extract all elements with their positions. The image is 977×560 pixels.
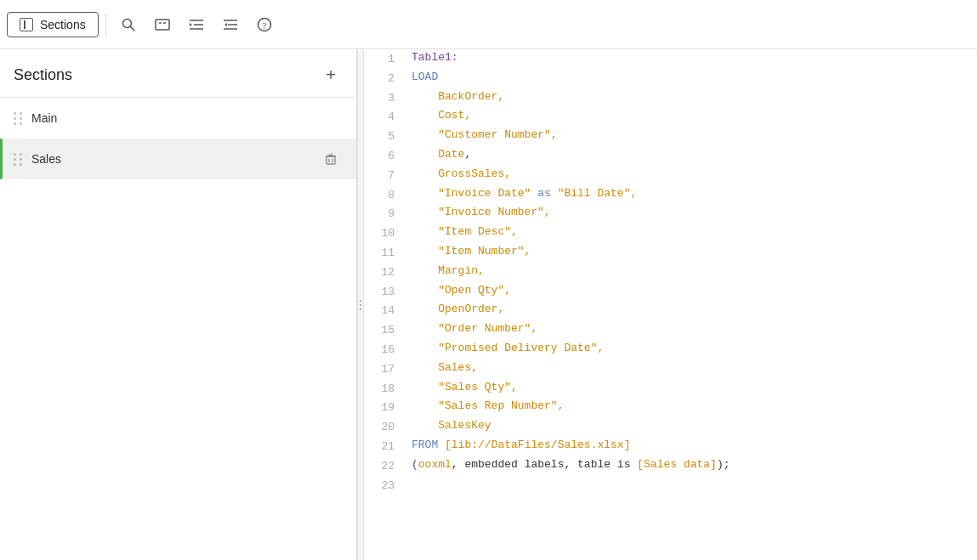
line-number: 8	[364, 185, 405, 205]
svg-line-1	[130, 26, 134, 31]
code-token: );	[717, 458, 730, 471]
line-code[interactable]: Date,	[405, 146, 977, 166]
svg-text:?: ?	[262, 20, 266, 30]
line-number: 3	[364, 88, 405, 108]
sections-icon	[20, 18, 33, 31]
line-code[interactable]: GrossSales,	[405, 166, 977, 185]
code-line: 11 "Item Number",	[364, 243, 977, 263]
help-icon: ?	[257, 17, 272, 32]
line-number: 10	[364, 223, 405, 243]
drag-handle	[14, 153, 23, 166]
indent-left-icon	[223, 19, 238, 31]
line-code[interactable]: (ooxml, embedded labels, table is [Sales…	[405, 456, 977, 476]
code-token: "Sales Qty",	[412, 381, 518, 393]
code-token: [lib://DataFiles/Sales.xlsx]	[445, 438, 630, 451]
code-token: "Item Number",	[412, 245, 531, 257]
line-number: 9	[364, 204, 405, 223]
code-line: 5 "Customer Number",	[364, 127, 977, 146]
code-token: (	[412, 458, 418, 471]
line-code[interactable]: FROM [lib://DataFiles/Sales.xlsx]	[405, 437, 977, 456]
line-code[interactable]: "Order Number",	[405, 320, 977, 340]
indent-left-button[interactable]	[215, 9, 246, 40]
line-code[interactable]: "Customer Number",	[405, 127, 977, 146]
line-code[interactable]: SalesKey	[405, 417, 977, 437]
code-token: FROM	[412, 438, 445, 451]
search-icon	[121, 17, 136, 32]
line-code[interactable]	[405, 476, 977, 495]
code-token: Sales,	[412, 361, 478, 374]
sidebar-item-main[interactable]: Main	[0, 98, 356, 139]
line-number: 13	[364, 282, 405, 302]
drag-handle	[14, 112, 23, 125]
code-line: 9 "Invoice Number",	[364, 204, 977, 223]
line-code[interactable]: Margin,	[405, 263, 977, 282]
line-code[interactable]: Sales,	[405, 359, 977, 379]
line-code[interactable]: Cost,	[405, 107, 977, 127]
line-code[interactable]: "Invoice Date" as "Bill Date",	[405, 185, 977, 205]
sidebar-title: Sections	[14, 66, 72, 84]
comment-icon	[155, 19, 170, 31]
code-token: Margin,	[412, 264, 485, 277]
sidebar-item-sales[interactable]: Sales	[0, 139, 356, 179]
svg-rect-20	[327, 156, 335, 164]
indent-right-icon	[189, 19, 204, 31]
search-button[interactable]	[113, 9, 144, 40]
line-code[interactable]: LOAD	[405, 69, 977, 88]
code-token: [Sales data]	[637, 458, 717, 471]
code-editor[interactable]: 1Table1:2LOAD3 BackOrder,4 Cost,5 "Custo…	[364, 49, 977, 560]
code-line: 16 "Promised Delivery Date",	[364, 340, 977, 359]
line-code[interactable]: "Sales Rep Number",	[405, 398, 977, 417]
main-area: Sections + Main Sales 1Table1:2LOAD3	[0, 49, 977, 560]
line-number: 23	[364, 476, 405, 495]
code-token: "Open Qty",	[412, 284, 511, 297]
code-line: 1Table1:	[364, 49, 977, 69]
line-code[interactable]: "Item Number",	[405, 243, 977, 263]
code-token: "Bill Date",	[558, 187, 638, 200]
line-code[interactable]: "Promised Delivery Date",	[405, 340, 977, 359]
code-token: BackOrder,	[412, 90, 504, 103]
line-number: 12	[364, 263, 405, 282]
line-number: 22	[364, 456, 405, 476]
code-token: "Order Number",	[412, 322, 537, 335]
code-line: 23	[364, 476, 977, 495]
code-token: as	[537, 187, 557, 200]
line-code[interactable]: "Open Qty",	[405, 282, 977, 302]
sections-button-label: Sections	[40, 18, 86, 31]
line-number: 6	[364, 146, 405, 166]
line-code[interactable]: BackOrder,	[405, 88, 977, 108]
sidebar-header: Sections +	[0, 49, 356, 98]
line-code[interactable]: "Invoice Number",	[405, 204, 977, 223]
line-code[interactable]: "Item Desc",	[405, 223, 977, 243]
resize-dots	[360, 300, 361, 310]
code-line: 3 BackOrder,	[364, 88, 977, 108]
line-code[interactable]: Table1:	[405, 49, 977, 69]
delete-section-button[interactable]	[319, 147, 343, 171]
resize-handle[interactable]	[357, 49, 364, 560]
line-number: 17	[364, 359, 405, 379]
code-token: ,	[464, 148, 471, 161]
svg-rect-13	[327, 116, 335, 123]
code-token: Table1:	[412, 51, 458, 64]
code-line: 12 Margin,	[364, 263, 977, 282]
line-number: 18	[364, 379, 405, 399]
sidebar-items: Main Sales	[0, 98, 356, 560]
code-token: LOAD	[412, 71, 438, 83]
section-label: Sales	[31, 152, 310, 166]
line-number: 11	[364, 243, 405, 263]
sections-button[interactable]: Sections	[7, 12, 99, 37]
code-line: 20 SalesKey	[364, 417, 977, 437]
help-button[interactable]: ?	[249, 9, 280, 40]
line-number: 15	[364, 320, 405, 340]
code-line: 17 Sales,	[364, 359, 977, 379]
toolbar-divider	[105, 13, 106, 37]
code-token: "Invoice Number",	[412, 206, 551, 218]
code-line: 22(ooxml, embedded labels, table is [Sal…	[364, 456, 977, 476]
indent-right-button[interactable]	[181, 9, 212, 40]
line-code[interactable]: "Sales Qty",	[405, 379, 977, 399]
code-line: 14 OpenOrder,	[364, 301, 977, 320]
line-code[interactable]: OpenOrder,	[405, 301, 977, 320]
code-line: 4 Cost,	[364, 107, 977, 127]
add-section-button[interactable]: +	[319, 63, 343, 87]
code-token: Date	[412, 148, 464, 161]
comment-button[interactable]	[147, 9, 178, 40]
